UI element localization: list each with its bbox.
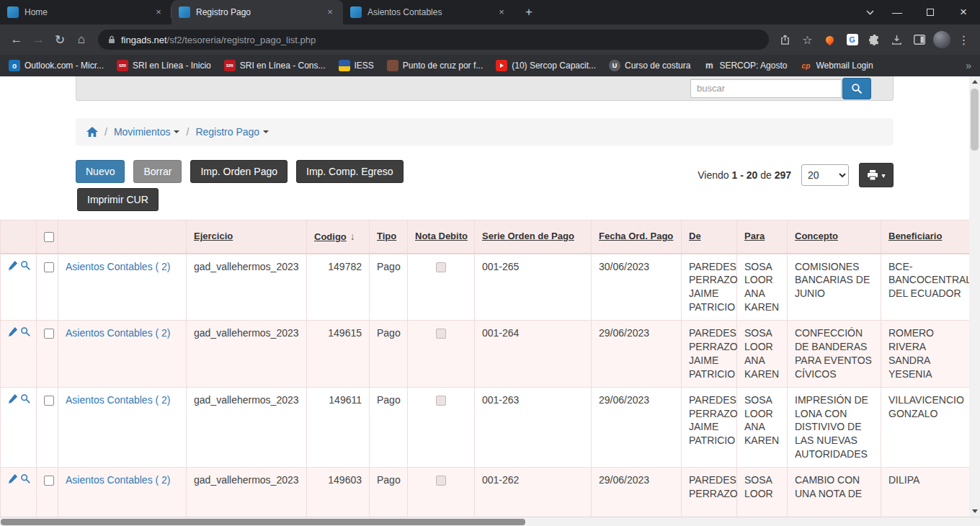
translate-extension-icon[interactable]: G [842,30,863,50]
home-icon[interactable] [86,127,98,137]
address-bar[interactable]: fingads.net/sf2/tesoreria/registro_pago_… [98,30,769,50]
bookmarks-overflow-icon[interactable]: » [966,60,971,71]
share-icon[interactable] [775,30,796,50]
row-search-icon[interactable] [20,393,30,407]
header-serie-orden-pago: Serie Orden de Pago [475,220,592,254]
breadcrumb-movimientos[interactable]: Movimientos [114,126,180,138]
print-button[interactable]: ▾ [859,163,894,187]
row-search-icon[interactable] [20,326,30,340]
search-input[interactable] [690,79,842,98]
asientos-contables-link[interactable]: Asientos Contables ( 2) [66,474,171,486]
para-cell: SOSA LOOR ANA KAREN [737,254,788,321]
codigo-cell: 149615 [307,321,370,388]
page-size-select[interactable]: 20 [801,164,849,186]
horizontal-scrollbar[interactable] [0,517,980,526]
bookmark-sercop-agosto[interactable]: m SERCOP: Agosto [703,60,787,71]
asientos-contables-link[interactable]: Asientos Contables ( 2) [66,261,171,272]
bookmark-sercop-youtube[interactable]: (10) Sercop Capacit... [496,60,596,71]
tab-close-icon[interactable]: × [324,6,336,18]
imp-orden-pago-button[interactable]: Imp. Orden Pago [190,160,288,183]
breadcrumb-registro-pago[interactable]: Registro Pago [195,126,269,138]
asientos-contables-link[interactable]: Asientos Contables ( 2) [66,327,171,339]
downloads-icon[interactable] [886,30,907,50]
scroll-up-icon[interactable] [969,76,980,87]
row-checkbox[interactable] [44,262,54,272]
row-search-icon[interactable] [20,473,30,487]
lock-icon [108,35,115,44]
fecha-ord-pago-cell: 29/06/2023 [592,468,682,517]
maximize-icon [927,9,934,16]
row-checkbox[interactable] [44,329,54,339]
menu-dots-icon[interactable]: ⋮ [953,30,974,50]
de-cell: PAREDES PERRAZO [682,468,737,517]
concepto-cell: CONFECCIÓN DE BANDERAS PARA EVENTOS CÍVI… [788,321,881,388]
sri-icon: SRI [224,60,236,71]
bookmark-sri-consultas[interactable]: SRI SRI en Línea - Cons... [224,60,326,71]
asientos-contables-link[interactable]: Asientos Contables ( 2) [66,394,171,406]
browser-window: Home × Registro Pago × Asientos Contable… [0,0,980,526]
nota-debito-cell [408,254,475,321]
tab-registro-pago[interactable]: Registro Pago × [172,0,343,24]
imp-comp-egreso-button[interactable]: Imp. Comp. Egreso [296,160,404,183]
bookmark-punto-de-cruz[interactable]: Punto de cruz por f... [387,60,483,71]
horizontal-scroll-thumb[interactable] [1,519,525,525]
bookmark-sri-inicio[interactable]: SRI SRI en Línea - Inicio [117,60,211,71]
vertical-scrollbar[interactable] [969,76,980,517]
row-checkbox[interactable] [44,396,54,406]
profile-avatar[interactable] [931,30,952,50]
ejercicio-cell: gad_vallehermos_2023 [187,468,307,517]
row-select-cell [37,387,58,467]
reload-icon[interactable]: ↻ [49,29,71,50]
tipo-cell: Pago [370,468,408,517]
close-window-button[interactable]: × [947,0,980,24]
select-all-checkbox[interactable] [44,232,54,242]
borrar-button[interactable]: Borrar [133,160,182,183]
back-icon[interactable]: ← [6,29,27,50]
extensions-puzzle-icon[interactable] [864,30,885,50]
tab-search-chevron-icon[interactable] [859,0,881,24]
header-nota-debito: Nota Debito [408,220,475,254]
u-icon: U [609,60,620,71]
row-search-icon[interactable] [20,260,30,274]
printer-icon [867,170,878,181]
beneficiario-cell: BCE-BANCOCENTRAL DEL ECUADOR [881,254,970,321]
forward-icon[interactable]: → [27,29,49,50]
scroll-down-icon[interactable] [969,506,980,517]
breadcrumb-label: Movimientos [114,126,171,138]
search-button[interactable] [842,78,871,99]
bookmark-webmail[interactable]: cp Webmail Login [800,60,873,71]
bookmark-star-icon[interactable]: ☆ [797,30,818,50]
tab-close-icon[interactable]: × [496,6,507,18]
browser-home-icon[interactable]: ⌂ [71,29,92,50]
tab-asientos-contables[interactable]: Asientos Contables × [343,0,514,24]
bookmark-curso-costura[interactable]: U Curso de costura [609,60,690,71]
ejercicio-cell: gad_vallehermos_2023 [187,321,307,388]
tab-close-icon[interactable]: × [153,6,164,18]
edit-pencil-icon[interactable] [8,393,18,407]
asientos-cell: Asientos Contables ( 2) [58,468,187,517]
tab-home[interactable]: Home × [0,0,172,24]
serie-orden-pago-cell: 001-265 [475,254,592,321]
minimize-button[interactable]: — [881,0,914,24]
side-panel-icon[interactable] [909,30,930,50]
new-tab-button[interactable]: + [519,2,539,22]
nuevo-button[interactable]: Nuevo [76,160,125,183]
serie-orden-pago-cell: 001-262 [475,468,592,517]
bookmark-outlook[interactable]: o Outlook.com - Micr... [9,60,104,71]
edit-pencil-icon[interactable] [8,260,18,274]
serie-orden-pago-cell: 001-263 [475,387,592,467]
vertical-scroll-thumb[interactable] [971,89,979,151]
flame-extension-icon[interactable] [819,30,840,50]
chevron-down-icon [263,130,269,133]
results-table: Ejercicio Codigo↓ Tipo Nota Debito Serie… [0,220,969,517]
maximize-button[interactable] [914,0,947,24]
imprimir-cur-button[interactable]: Imprimir CUR [77,188,159,211]
edit-pencil-icon[interactable] [8,326,18,340]
page-content: / Movimientos / Registro Pago Nuevo Borr… [0,76,969,517]
row-checkbox[interactable] [44,476,54,486]
edit-pencil-icon[interactable] [8,473,18,487]
nota-debito-cell [408,321,475,388]
bookmark-iess[interactable]: IESS [339,60,374,71]
header-concepto: Concepto [788,220,881,254]
tab-favicon [350,6,362,18]
